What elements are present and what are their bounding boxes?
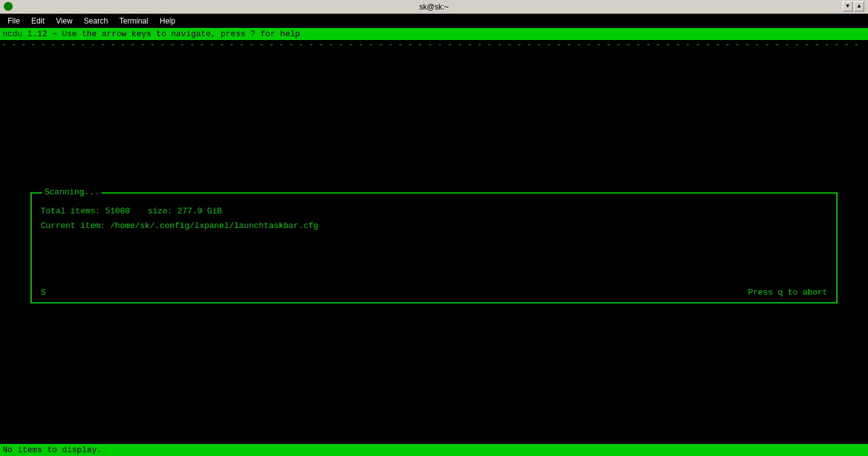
current-item-label: Current item: /home/sk/.config/lxpanel/l… bbox=[41, 220, 318, 230]
menu-item-view[interactable]: View bbox=[51, 15, 78, 27]
scanning-title: Scanning... bbox=[42, 187, 102, 196]
menu-item-file[interactable]: File bbox=[3, 15, 25, 27]
menu-item-help[interactable]: Help bbox=[154, 15, 180, 27]
main-content: Scanning... Total items: 51000 size: 277… bbox=[0, 50, 868, 456]
titlebar-controls: ▼ ▲ bbox=[843, 1, 864, 11]
maximize-button[interactable]: ▲ bbox=[854, 1, 864, 11]
scanning-footer: S Press q to abort bbox=[41, 287, 827, 297]
titlebar-icon bbox=[4, 2, 13, 11]
menu-item-edit[interactable]: Edit bbox=[26, 15, 50, 27]
bottom-status-bar: No items to display. bbox=[0, 444, 868, 456]
scanning-dialog: Scanning... Total items: 51000 size: 277… bbox=[31, 192, 837, 303]
terminal: ncdu 1.12 ~ Use the arrow keys to naviga… bbox=[0, 28, 868, 456]
size-label: size: 277.9 GiB bbox=[147, 206, 222, 215]
top-status-bar: ncdu 1.12 ~ Use the arrow keys to naviga… bbox=[0, 28, 868, 40]
dashed-separator: - - - - - - - - - - - - - - - - - - - - … bbox=[0, 40, 868, 50]
minimize-button[interactable]: ▼ bbox=[843, 1, 853, 11]
total-items-label: Total items: 51000 bbox=[41, 206, 130, 215]
titlebar: sk@sk:~ ▼ ▲ bbox=[0, 0, 868, 14]
footer-right: Press q to abort bbox=[748, 287, 827, 297]
footer-left: S bbox=[41, 287, 46, 297]
titlebar-title: sk@sk:~ bbox=[419, 3, 449, 11]
total-items-line: Total items: 51000 size: 277.9 GiB bbox=[41, 206, 827, 215]
menu-item-search[interactable]: Search bbox=[79, 15, 113, 27]
scanning-content: Total items: 51000 size: 277.9 GiB Curre… bbox=[32, 193, 836, 236]
menu-item-terminal[interactable]: Terminal bbox=[114, 15, 153, 27]
menubar: File Edit View Search Terminal Help bbox=[0, 14, 868, 28]
current-item-line: Current item: /home/sk/.config/lxpanel/l… bbox=[41, 220, 827, 230]
